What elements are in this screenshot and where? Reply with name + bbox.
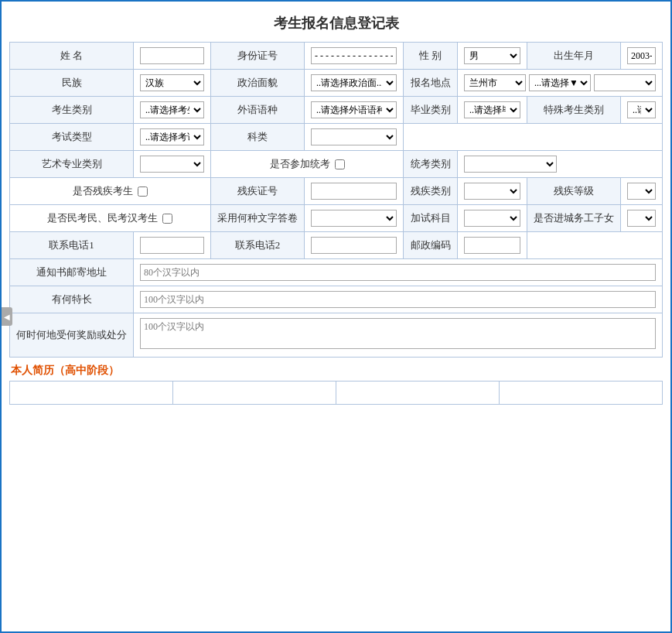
additional-subject-label: 加试科目 <box>404 205 458 232</box>
name-input[interactable] <box>140 47 204 64</box>
special-skills-label: 有何特长 <box>10 286 134 313</box>
birthdate-cell <box>621 43 663 70</box>
form-table: 姓 名 身份证号 性 别 男 女 出生年月 民族 <box>9 42 663 358</box>
mailing-address-label: 通知书邮寄地址 <box>10 259 134 286</box>
exam-type-label: 考试类型 <box>10 124 134 151</box>
disability-id-label: 残疾证号 <box>210 178 304 205</box>
join-unified-exam-checkbox[interactable] <box>335 159 345 169</box>
gender-cell: 男 女 <box>457 43 527 70</box>
additional-subject-cell <box>457 205 527 232</box>
political-cell: ..请选择政治面... <box>304 70 403 97</box>
subject-label: 科类 <box>210 124 304 151</box>
mailing-address-input[interactable] <box>140 264 656 281</box>
foreign-lang-cell: ..请选择外语语种▼ <box>304 97 403 124</box>
disability-type-label: 残疾类别 <box>404 178 458 205</box>
national-minority-checkbox[interactable] <box>162 214 172 224</box>
resume-row1-col3 <box>336 382 500 405</box>
special-examinee-select[interactable]: ..请选择特殊▼ <box>627 101 656 118</box>
signup-sub-select[interactable]: ...请选择▼ <box>529 74 591 91</box>
resume-row1-col1 <box>10 382 173 405</box>
disability-level-label: 残疾等级 <box>527 178 620 205</box>
examinee-type-label: 考生类别 <box>10 97 134 124</box>
urban-worker-child-select[interactable] <box>627 210 656 227</box>
political-select[interactable]: ..请选择政治面... <box>311 74 397 91</box>
foreign-lang-label: 外语语种 <box>210 97 304 124</box>
awards-cell <box>134 313 663 358</box>
postal-code-label: 邮政编码 <box>404 232 458 259</box>
birthdate-label: 出生年月 <box>527 43 620 70</box>
side-arrow[interactable]: ◀ <box>2 307 12 326</box>
empty-row4 <box>404 124 663 151</box>
ethnicity-cell: 汉族 <box>134 70 211 97</box>
contact1-cell <box>134 232 211 259</box>
is-disabled-checkbox[interactable] <box>138 186 148 197</box>
contact2-label: 联系电话2 <box>210 232 304 259</box>
disability-id-input[interactable] <box>311 183 397 200</box>
join-unified-exam-label: 是否参加统考 <box>270 157 330 171</box>
special-skills-cell <box>134 286 663 313</box>
ethnicity-label: 民族 <box>10 70 134 97</box>
id-number-input-cell <box>304 43 403 70</box>
exam-type-select[interactable]: ..请选择考试类▼ <box>140 128 204 145</box>
special-examinee-cell: ..请选择特殊▼ <box>621 97 663 124</box>
is-disabled-cell: 是否残疾考生 <box>10 178 211 205</box>
is-disabled-label: 是否残疾考生 <box>73 184 133 198</box>
id-number-label: 身份证号 <box>210 43 304 70</box>
urban-worker-child-label: 是否进城务工子女 <box>527 205 620 232</box>
additional-subject-select[interactable] <box>464 210 520 227</box>
graduate-type-select[interactable]: ..请选择毕业类别▼ <box>464 101 520 118</box>
ethnicity-select[interactable]: 汉族 <box>140 74 204 91</box>
disability-id-cell <box>304 178 403 205</box>
resume-section-title: 本人简历（高中阶段） <box>2 358 670 381</box>
unified-exam-type-label: 统考类别 <box>404 151 458 178</box>
awards-textarea[interactable] <box>140 318 656 349</box>
special-examinee-label: 特殊考生类别 <box>527 97 620 124</box>
disability-level-cell <box>621 178 663 205</box>
signup-sub2-select[interactable] <box>594 74 656 91</box>
foreign-lang-select[interactable]: ..请选择外语语种▼ <box>311 101 397 118</box>
art-specialty-label: 艺术专业类别 <box>10 151 134 178</box>
answer-script-cell <box>304 205 403 232</box>
postal-code-cell <box>457 232 527 259</box>
birthdate-input[interactable] <box>627 47 656 64</box>
contact1-input[interactable] <box>140 237 204 254</box>
postal-code-input[interactable] <box>464 237 520 254</box>
examinee-type-select[interactable]: ..请选择考生类别▼ <box>140 101 204 118</box>
subject-select[interactable] <box>311 128 397 145</box>
subject-cell <box>304 124 403 151</box>
urban-worker-child-cell <box>621 205 663 232</box>
name-label: 姓 名 <box>10 43 134 70</box>
unified-exam-type-select[interactable] <box>464 156 557 173</box>
exam-type-cell: ..请选择考试类▼ <box>134 124 211 151</box>
gender-select[interactable]: 男 女 <box>464 47 520 64</box>
contact2-cell <box>304 232 403 259</box>
page-wrapper: ◀ 考生报名信息登记表 姓 名 身份证号 性 别 男 女 出生年月 <box>0 0 672 633</box>
join-unified-exam-cell: 是否参加统考 <box>210 151 403 178</box>
political-label: 政治面貌 <box>210 70 304 97</box>
signup-place-label: 报名地点 <box>404 70 458 97</box>
disability-type-select[interactable] <box>464 183 520 200</box>
gender-label: 性 别 <box>404 43 458 70</box>
signup-place-cell: 兰州市 ...请选择▼ <box>457 70 662 97</box>
national-minority-label: 是否民考民、民考汉考生 <box>47 211 158 225</box>
examinee-type-cell: ..请选择考生类别▼ <box>134 97 211 124</box>
answer-script-label: 采用何种文字答卷 <box>210 205 304 232</box>
art-specialty-select[interactable] <box>140 156 204 173</box>
mailing-address-cell <box>134 259 663 286</box>
art-specialty-cell <box>134 151 211 178</box>
page-title: 考生报名信息登记表 <box>2 2 670 42</box>
disability-level-select[interactable] <box>627 183 656 200</box>
resume-table <box>9 381 663 405</box>
answer-script-select[interactable] <box>311 210 397 227</box>
national-minority-cell: 是否民考民、民考汉考生 <box>10 205 211 232</box>
id-number-input[interactable] <box>311 47 397 64</box>
signup-city-select[interactable]: 兰州市 <box>464 74 526 91</box>
graduate-type-label: 毕业类别 <box>404 97 458 124</box>
resume-row1-col2 <box>173 382 336 405</box>
disability-type-cell <box>457 178 527 205</box>
contact1-label: 联系电话1 <box>10 232 134 259</box>
empty-row8 <box>527 232 662 259</box>
contact2-input[interactable] <box>311 237 397 254</box>
special-skills-input[interactable] <box>140 291 656 308</box>
name-input-cell <box>134 43 211 70</box>
